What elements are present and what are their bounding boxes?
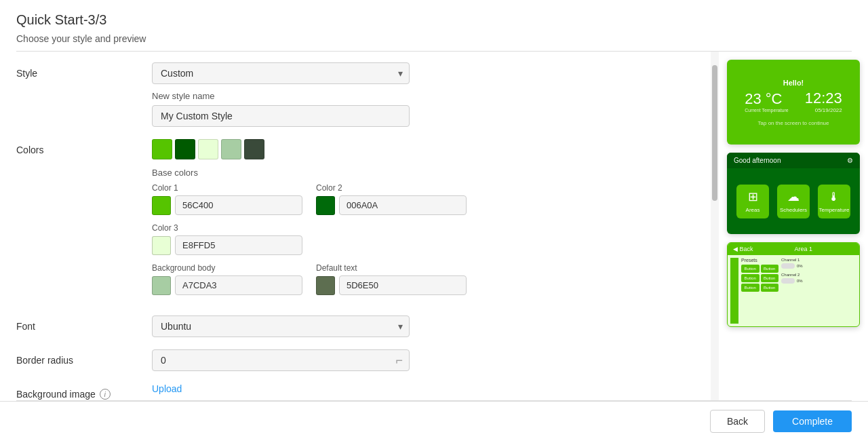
color3-input[interactable] — [175, 235, 302, 255]
preview3-channels-col: Channel 1 0% Channel 2 0% — [781, 258, 856, 324]
page-subtitle: Choose your style and preview — [16, 33, 852, 44]
color2-label: Color 2 — [316, 183, 467, 193]
new-style-name-label: New style name — [152, 91, 694, 101]
preset-btn-6: Button — [761, 284, 779, 292]
preview1-temp: 23 °C Current Temperature — [745, 90, 788, 113]
bg-body-input-row — [152, 275, 302, 295]
border-radius-label: Border radius — [16, 349, 152, 366]
font-controls: Ubuntu Arial Roboto Open Sans ▾ — [152, 315, 694, 337]
bg-body-label: Background body — [152, 263, 302, 273]
preview2-greeting: Good afternoon — [734, 157, 781, 164]
preview-card-1: Hello! 23 °C Current Temperature 12:23 0… — [727, 60, 860, 145]
default-text-swatch[interactable] — [316, 276, 335, 295]
swatch-4[interactable] — [221, 139, 241, 159]
bg-body-swatch[interactable] — [152, 276, 171, 295]
bg-body-group: Background body — [152, 263, 302, 295]
back-button[interactable]: Back — [710, 410, 765, 433]
color1-swatch[interactable] — [152, 196, 171, 215]
temperature-icon: 🌡 — [828, 190, 840, 204]
color3-group: Color 3 — [152, 223, 302, 255]
preview2-areas-btn: ⊞ Areas — [736, 185, 769, 218]
preview2-schedulers-btn: ☁ Schedulers — [777, 185, 810, 218]
temperature-label: Temperature — [819, 207, 850, 213]
colors-row: Colors Base colors Color 1 — [16, 139, 694, 303]
border-radius-corner-icon: ⌐ — [395, 353, 403, 368]
style-select[interactable]: Custom Default Dark Light — [152, 62, 410, 84]
preset-btn-3: Button — [741, 274, 760, 282]
color3-label: Color 3 — [152, 223, 302, 233]
default-text-input[interactable] — [339, 275, 467, 295]
color2-input[interactable] — [339, 195, 467, 215]
color-fields-row-2: Color 3 — [152, 223, 694, 255]
channel-2-toggle — [781, 278, 795, 284]
preview3-back: ◀ Back — [733, 246, 753, 252]
preview1-tap: Tap on the screen to continue — [758, 120, 829, 126]
color2-swatch[interactable] — [316, 196, 335, 215]
preview-card-2: Good afternoon ⚙ ⊞ Areas ☁ Schedulers 🌡 … — [727, 153, 860, 234]
preset-btn-4: Button — [761, 274, 779, 282]
new-style-name-input[interactable] — [152, 105, 410, 127]
border-radius-input[interactable] — [152, 349, 410, 371]
bg-image-label: Background image i — [16, 383, 152, 400]
color3-input-row — [152, 235, 302, 255]
areas-label: Areas — [746, 207, 760, 213]
bg-image-info-icon[interactable]: i — [100, 389, 111, 400]
color-swatches-preview — [152, 139, 694, 159]
font-label: Font — [16, 315, 152, 332]
right-panel: Hello! 23 °C Current Temperature 12:23 0… — [719, 52, 868, 400]
bg-image-controls: Upload — [152, 383, 694, 394]
swatch-1[interactable] — [152, 139, 172, 159]
swatch-3[interactable] — [198, 139, 218, 159]
preview3-right-col: Presets Button Button Button Button Butt… — [741, 258, 856, 324]
footer: Back Complete — [0, 401, 868, 441]
preview1-time-col: 12:23 05/19/2022 — [805, 90, 842, 113]
color2-group: Color 2 — [316, 183, 467, 215]
channel-1-controls: 0% — [781, 263, 856, 269]
default-text-input-row — [316, 275, 467, 295]
default-text-group: Default text — [316, 263, 467, 295]
color1-input[interactable] — [175, 195, 302, 215]
style-label: Style — [16, 62, 152, 79]
bg-image-row: Background image i Upload — [16, 383, 694, 400]
schedulers-icon: ☁ — [787, 189, 800, 204]
swatch-2[interactable] — [175, 139, 195, 159]
color3-swatch[interactable] — [152, 236, 171, 255]
preset-btn-5: Button — [741, 284, 760, 292]
channel-2-label: Channel 2 — [781, 273, 856, 277]
preview3-left-col — [730, 258, 738, 324]
scrollbar[interactable] — [711, 52, 719, 400]
preview1-greeting: Hello! — [783, 79, 804, 87]
preview2-icons-row: ⊞ Areas ☁ Schedulers 🌡 Temperature — [727, 168, 860, 234]
border-radius-row: Border radius ⌐ — [16, 349, 694, 371]
channel-1-label: Channel 1 — [781, 258, 856, 262]
font-select[interactable]: Ubuntu Arial Roboto Open Sans — [152, 315, 410, 337]
swatch-5[interactable] — [244, 139, 264, 159]
complete-button[interactable]: Complete — [773, 410, 852, 432]
preset-btn-2: Button — [761, 265, 779, 273]
channel-1-toggle — [781, 263, 795, 269]
preview2-temperature-btn: 🌡 Temperature — [818, 185, 850, 218]
preview2-gear-icon: ⚙ — [847, 157, 853, 164]
preview3-body: Presets Button Button Button Button Butt… — [728, 255, 859, 326]
page-header: Quick Start-3/3 Choose your style and pr… — [0, 0, 868, 51]
colors-controls: Base colors Color 1 Color 2 — [152, 139, 694, 303]
preview3-area: Area 1 — [794, 246, 812, 252]
colors-label: Colors — [16, 139, 152, 155]
preset-btn-1: Button — [741, 265, 760, 273]
color2-input-row — [316, 195, 467, 215]
channel-1-pct: 0% — [797, 264, 803, 268]
default-text-label: Default text — [316, 263, 467, 273]
channel-2-controls: 0% — [781, 278, 856, 284]
preview3-header: ◀ Back Area 1 — [728, 243, 859, 255]
border-radius-input-wrap: ⌐ — [152, 349, 410, 371]
page-title: Quick Start-3/3 — [16, 12, 852, 28]
preview1-temp-time: 23 °C Current Temperature 12:23 05/19/20… — [745, 90, 842, 113]
preview3-presets-col: Presets Button Button Button Button Butt… — [741, 258, 778, 324]
channel-2-pct: 0% — [797, 279, 803, 283]
color1-input-row — [152, 195, 302, 215]
bg-image-upload-link[interactable]: Upload — [152, 383, 182, 394]
bg-body-input[interactable] — [175, 275, 302, 295]
color-fields-row-1: Color 1 Color 2 — [152, 183, 694, 215]
scrollbar-thumb[interactable] — [712, 65, 717, 201]
areas-icon: ⊞ — [748, 189, 758, 204]
